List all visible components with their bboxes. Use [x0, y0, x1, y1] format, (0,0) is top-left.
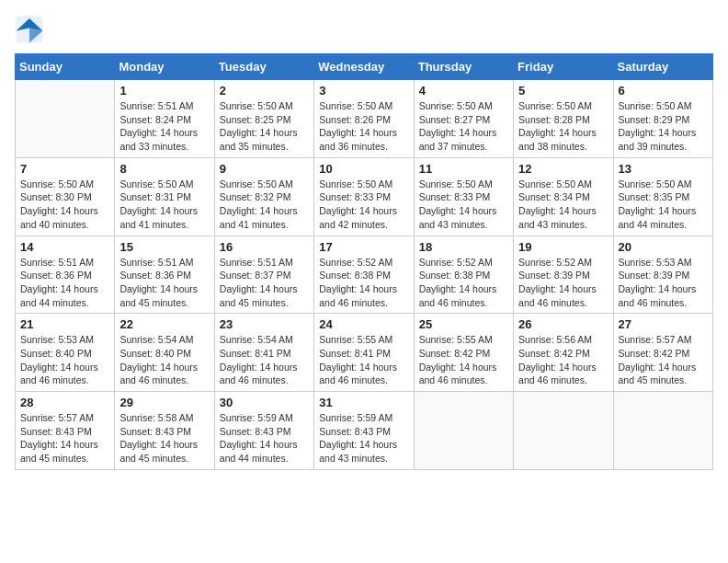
day-number: 24 [319, 317, 408, 331]
day-number: 13 [619, 162, 708, 176]
calendar-cell: 18Sunrise: 5:52 AM Sunset: 8:38 PM Dayli… [414, 236, 513, 314]
day-number: 7 [20, 162, 109, 176]
day-number: 5 [518, 84, 608, 98]
day-info: Sunrise: 5:50 AM Sunset: 8:35 PM Dayligh… [619, 178, 708, 232]
calendar-cell: 3Sunrise: 5:50 AM Sunset: 8:26 PM Daylig… [314, 80, 414, 158]
calendar-cell: 14Sunrise: 5:51 AM Sunset: 8:36 PM Dayli… [16, 236, 115, 314]
calendar-cell: 6Sunrise: 5:50 AM Sunset: 8:29 PM Daylig… [613, 80, 712, 158]
calendar-cell: 20Sunrise: 5:53 AM Sunset: 8:39 PM Dayli… [613, 236, 712, 314]
day-info: Sunrise: 5:50 AM Sunset: 8:27 PM Dayligh… [419, 99, 508, 154]
day-number: 30 [220, 396, 309, 409]
day-number: 10 [319, 162, 408, 176]
day-number: 22 [119, 317, 209, 331]
day-number: 8 [119, 162, 209, 176]
header-monday: Monday [115, 54, 214, 80]
calendar-cell: 24Sunrise: 5:55 AM Sunset: 8:41 PM Dayli… [314, 314, 414, 392]
calendar-cell [514, 392, 613, 470]
calendar-cell: 27Sunrise: 5:57 AM Sunset: 8:42 PM Dayli… [613, 314, 712, 392]
calendar-cell: 23Sunrise: 5:54 AM Sunset: 8:41 PM Dayli… [214, 314, 313, 392]
header-tuesday: Tuesday [214, 54, 313, 80]
calendar-cell: 25Sunrise: 5:55 AM Sunset: 8:42 PM Dayli… [414, 314, 513, 392]
calendar-cell: 19Sunrise: 5:52 AM Sunset: 8:39 PM Dayli… [514, 236, 613, 314]
calendar-cell: 22Sunrise: 5:54 AM Sunset: 8:40 PM Dayli… [115, 314, 214, 392]
day-info: Sunrise: 5:50 AM Sunset: 8:30 PM Dayligh… [20, 178, 109, 232]
day-number: 15 [119, 240, 209, 254]
header-wednesday: Wednesday [314, 54, 414, 80]
calendar-cell: 21Sunrise: 5:53 AM Sunset: 8:40 PM Dayli… [16, 314, 115, 392]
day-number: 25 [419, 317, 508, 331]
page-header [15, 15, 713, 44]
day-number: 16 [220, 240, 309, 254]
day-info: Sunrise: 5:50 AM Sunset: 8:33 PM Dayligh… [419, 178, 508, 232]
day-info: Sunrise: 5:50 AM Sunset: 8:25 PM Dayligh… [220, 99, 309, 154]
day-number: 12 [518, 162, 608, 176]
calendar-cell: 1Sunrise: 5:51 AM Sunset: 8:24 PM Daylig… [115, 80, 214, 158]
calendar-cell: 15Sunrise: 5:51 AM Sunset: 8:36 PM Dayli… [115, 236, 214, 314]
day-number: 21 [20, 317, 109, 331]
calendar-cell: 9Sunrise: 5:50 AM Sunset: 8:32 PM Daylig… [214, 157, 313, 236]
header-friday: Friday [514, 54, 613, 80]
day-number: 14 [20, 240, 109, 254]
calendar-week-3: 21Sunrise: 5:53 AM Sunset: 8:40 PM Dayli… [16, 314, 713, 392]
day-info: Sunrise: 5:51 AM Sunset: 8:36 PM Dayligh… [20, 256, 109, 310]
calendar-table: SundayMondayTuesdayWednesdayThursdayFrid… [15, 53, 713, 470]
day-number: 6 [619, 84, 708, 98]
day-info: Sunrise: 5:59 AM Sunset: 8:43 PM Dayligh… [220, 411, 309, 465]
calendar-cell: 26Sunrise: 5:56 AM Sunset: 8:42 PM Dayli… [514, 314, 613, 392]
day-number: 28 [20, 396, 109, 409]
day-info: Sunrise: 5:50 AM Sunset: 8:34 PM Dayligh… [518, 178, 608, 232]
day-info: Sunrise: 5:59 AM Sunset: 8:43 PM Dayligh… [319, 411, 408, 465]
calendar-week-1: 7Sunrise: 5:50 AM Sunset: 8:30 PM Daylig… [16, 157, 713, 236]
day-number: 29 [119, 396, 209, 409]
calendar-cell: 7Sunrise: 5:50 AM Sunset: 8:30 PM Daylig… [16, 157, 115, 236]
calendar-cell: 13Sunrise: 5:50 AM Sunset: 8:35 PM Dayli… [613, 157, 712, 236]
day-info: Sunrise: 5:55 AM Sunset: 8:42 PM Dayligh… [419, 333, 508, 387]
day-info: Sunrise: 5:56 AM Sunset: 8:42 PM Dayligh… [518, 333, 608, 387]
calendar-cell: 12Sunrise: 5:50 AM Sunset: 8:34 PM Dayli… [514, 157, 613, 236]
day-number: 3 [319, 84, 408, 98]
day-info: Sunrise: 5:53 AM Sunset: 8:39 PM Dayligh… [619, 256, 708, 310]
day-number: 9 [220, 162, 309, 176]
day-info: Sunrise: 5:50 AM Sunset: 8:31 PM Dayligh… [119, 178, 209, 232]
day-info: Sunrise: 5:50 AM Sunset: 8:33 PM Dayligh… [319, 178, 408, 232]
day-info: Sunrise: 5:51 AM Sunset: 8:37 PM Dayligh… [220, 256, 309, 310]
day-info: Sunrise: 5:53 AM Sunset: 8:40 PM Dayligh… [20, 333, 109, 387]
day-number: 2 [220, 84, 309, 98]
day-info: Sunrise: 5:57 AM Sunset: 8:42 PM Dayligh… [619, 333, 708, 387]
header-saturday: Saturday [613, 54, 712, 80]
calendar-cell: 5Sunrise: 5:50 AM Sunset: 8:28 PM Daylig… [514, 80, 613, 158]
day-info: Sunrise: 5:50 AM Sunset: 8:32 PM Dayligh… [220, 178, 309, 232]
day-info: Sunrise: 5:51 AM Sunset: 8:36 PM Dayligh… [119, 256, 209, 310]
calendar-cell [613, 392, 712, 470]
day-number: 11 [419, 162, 508, 176]
day-info: Sunrise: 5:52 AM Sunset: 8:39 PM Dayligh… [518, 256, 608, 310]
day-number: 26 [518, 317, 608, 331]
day-info: Sunrise: 5:54 AM Sunset: 8:40 PM Dayligh… [119, 333, 209, 387]
calendar-cell: 30Sunrise: 5:59 AM Sunset: 8:43 PM Dayli… [214, 392, 313, 470]
day-number: 27 [619, 317, 708, 331]
calendar-week-2: 14Sunrise: 5:51 AM Sunset: 8:36 PM Dayli… [16, 236, 713, 314]
calendar-cell: 31Sunrise: 5:59 AM Sunset: 8:43 PM Dayli… [314, 392, 414, 470]
day-info: Sunrise: 5:58 AM Sunset: 8:43 PM Dayligh… [119, 411, 209, 465]
day-info: Sunrise: 5:50 AM Sunset: 8:26 PM Dayligh… [319, 99, 408, 154]
day-number: 23 [220, 317, 309, 331]
calendar-body: 1Sunrise: 5:51 AM Sunset: 8:24 PM Daylig… [16, 80, 713, 470]
calendar-cell: 10Sunrise: 5:50 AM Sunset: 8:33 PM Dayli… [314, 157, 414, 236]
day-info: Sunrise: 5:52 AM Sunset: 8:38 PM Dayligh… [419, 256, 508, 310]
calendar-cell: 29Sunrise: 5:58 AM Sunset: 8:43 PM Dayli… [115, 392, 214, 470]
calendar-cell: 17Sunrise: 5:52 AM Sunset: 8:38 PM Dayli… [314, 236, 414, 314]
header-thursday: Thursday [414, 54, 513, 80]
day-number: 4 [419, 84, 508, 98]
header-sunday: Sunday [16, 54, 115, 80]
day-number: 19 [518, 240, 608, 254]
day-info: Sunrise: 5:50 AM Sunset: 8:29 PM Dayligh… [619, 99, 708, 154]
calendar-week-0: 1Sunrise: 5:51 AM Sunset: 8:24 PM Daylig… [16, 80, 713, 158]
calendar-week-4: 28Sunrise: 5:57 AM Sunset: 8:43 PM Dayli… [16, 392, 713, 470]
day-info: Sunrise: 5:54 AM Sunset: 8:41 PM Dayligh… [220, 333, 309, 387]
calendar-cell: 4Sunrise: 5:50 AM Sunset: 8:27 PM Daylig… [414, 80, 513, 158]
calendar-cell: 11Sunrise: 5:50 AM Sunset: 8:33 PM Dayli… [414, 157, 513, 236]
day-info: Sunrise: 5:55 AM Sunset: 8:41 PM Dayligh… [319, 333, 408, 387]
day-number: 1 [119, 84, 209, 98]
day-number: 20 [619, 240, 708, 254]
day-info: Sunrise: 5:52 AM Sunset: 8:38 PM Dayligh… [319, 256, 408, 310]
